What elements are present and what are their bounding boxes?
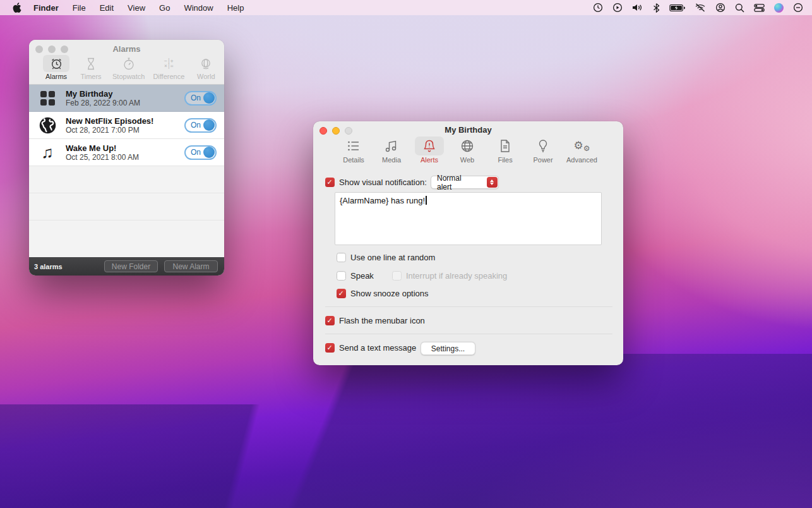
tab-power[interactable]: Power xyxy=(528,136,558,164)
tab-timers[interactable]: Timers xyxy=(78,55,104,80)
tab-alerts[interactable]: Alerts xyxy=(415,136,444,164)
new-folder-button[interactable]: New Folder xyxy=(104,260,158,272)
user-account-icon[interactable] xyxy=(715,3,725,13)
difference-icon: −|+×|= xyxy=(155,55,182,72)
menu-item-app[interactable]: Finder xyxy=(33,3,59,13)
alarm-name: Wake Me Up! xyxy=(66,143,184,153)
wallpaper-wave xyxy=(0,354,812,508)
notification-message-field[interactable]: {AlarmName} has rung! xyxy=(335,192,602,245)
alert-type-popup[interactable]: Normal alert xyxy=(431,176,499,189)
music-note-icon: ♫ xyxy=(29,144,66,160)
tab-label: Difference xyxy=(153,73,184,80)
interrupt-label: Interrupt if already speaking xyxy=(406,271,507,281)
menu-item-go[interactable]: Go xyxy=(159,3,170,13)
menu-item-edit[interactable]: Edit xyxy=(100,3,114,13)
control-center-icon[interactable] xyxy=(754,4,765,12)
tab-files[interactable]: Files xyxy=(491,136,520,164)
show-visual-notification-checkbox[interactable] xyxy=(325,178,335,187)
use-one-line-label: Use one line at random xyxy=(350,253,435,262)
alarms-window: Alarms Alarms Timers Stopwatch xyxy=(29,40,224,275)
minimize-button[interactable] xyxy=(332,127,340,135)
use-one-line-row: Use one line at random xyxy=(337,253,435,262)
interrupt-checkbox[interactable] xyxy=(392,271,402,281)
zoom-button[interactable] xyxy=(61,45,68,53)
tab-world[interactable]: World xyxy=(193,55,219,80)
alarm-row-wake-me-up[interactable]: ♫ Wake Me Up! Oct 25, 2021 8:00 AM On xyxy=(29,139,224,166)
earth-globe-icon xyxy=(29,117,66,134)
toggle-knob xyxy=(203,119,215,131)
alarm-info: New NetFlix Episodes! Oct 28, 2021 7:00 … xyxy=(66,116,184,135)
speak-label: Speak xyxy=(350,271,374,281)
tab-details[interactable]: Details xyxy=(339,136,368,164)
send-text-checkbox[interactable] xyxy=(325,343,335,353)
menubar-status-area xyxy=(593,3,803,13)
alarm-info: My Birthday Feb 28, 2022 9:00 AM xyxy=(66,89,184,107)
wifi-off-icon[interactable] xyxy=(695,3,706,12)
tab-web[interactable]: Web xyxy=(453,136,482,164)
tab-advanced[interactable]: ⚙⚙ Advanced xyxy=(566,136,597,164)
show-visual-notification-label: Show visual notification: xyxy=(339,178,427,187)
alarm-row-netflix[interactable]: New NetFlix Episodes! Oct 28, 2021 7:00 … xyxy=(29,112,224,139)
play-circle-icon[interactable] xyxy=(612,3,623,13)
alarm-toggle[interactable]: On xyxy=(184,91,217,106)
tab-stopwatch[interactable]: Stopwatch xyxy=(112,55,145,80)
alarm-list: My Birthday Feb 28, 2022 9:00 AM On New … xyxy=(29,85,224,239)
apple-logo-icon[interactable] xyxy=(13,3,22,13)
battery-icon[interactable] xyxy=(669,4,685,12)
zoom-button[interactable] xyxy=(345,127,352,135)
alarm-toggle[interactable]: On xyxy=(184,145,217,160)
tab-label: Alerts xyxy=(421,156,438,164)
alarms-status-bar: 3 alarms New Folder New Alarm xyxy=(29,257,224,275)
menu-bar: Finder File Edit View Go Window Help xyxy=(0,0,812,15)
do-not-disturb-icon[interactable] xyxy=(793,3,803,13)
menu-item-view[interactable]: View xyxy=(128,3,145,13)
alarm-name: My Birthday xyxy=(66,89,184,99)
web-globe-icon xyxy=(453,136,482,155)
flash-menubar-checkbox[interactable] xyxy=(325,316,335,325)
alarm-row-my-birthday[interactable]: My Birthday Feb 28, 2022 9:00 AM On xyxy=(29,85,224,112)
tab-alarms[interactable]: Alarms xyxy=(43,55,69,80)
list-icon xyxy=(339,136,368,155)
minimize-button[interactable] xyxy=(48,45,56,53)
menu-item-window[interactable]: Window xyxy=(184,3,213,13)
toggle-label: On xyxy=(191,94,201,102)
show-snooze-label: Show snooze options xyxy=(350,289,429,298)
settings-button[interactable]: Settings... xyxy=(421,342,475,355)
toggle-label: On xyxy=(191,148,201,157)
toggle-label: On xyxy=(191,121,201,130)
clock-icon[interactable] xyxy=(593,3,603,13)
bluetooth-icon[interactable] xyxy=(653,3,660,13)
new-alarm-button[interactable]: New Alarm xyxy=(164,260,218,272)
dialog-body: Show visual notification: Normal alert {… xyxy=(313,164,623,363)
traffic-lights xyxy=(35,45,68,53)
toggle-knob xyxy=(203,92,215,104)
menu-item-help[interactable]: Help xyxy=(227,3,244,13)
notification-message-text: {AlarmName} has rung! xyxy=(340,196,425,205)
text-caret xyxy=(426,196,427,205)
siri-icon[interactable] xyxy=(774,3,784,13)
divider xyxy=(325,334,612,334)
tab-label: Power xyxy=(533,156,552,164)
use-one-line-checkbox[interactable] xyxy=(337,253,346,262)
alert-bell-icon xyxy=(415,136,444,155)
volume-icon[interactable] xyxy=(632,3,643,12)
tab-label: Alarms xyxy=(45,73,67,80)
speak-checkbox[interactable] xyxy=(337,271,346,281)
close-button[interactable] xyxy=(319,127,327,135)
send-text-label: Send a text message xyxy=(339,343,416,353)
alarm-datetime: Feb 28, 2022 9:00 AM xyxy=(66,99,184,107)
menu-item-file[interactable]: File xyxy=(73,3,86,13)
search-icon[interactable] xyxy=(735,3,744,13)
tab-difference[interactable]: −|+×|= Difference xyxy=(153,55,184,80)
alarms-window-chrome: Alarms Alarms Timers Stopwatch xyxy=(29,40,224,85)
show-snooze-checkbox[interactable] xyxy=(337,289,346,298)
alarm-clock-icon xyxy=(43,55,69,72)
tab-label: Timers xyxy=(80,73,101,80)
alarm-info: Wake Me Up! Oct 25, 2021 8:00 AM xyxy=(66,143,184,162)
tab-media[interactable]: Media xyxy=(377,136,406,164)
alarm-toggle[interactable]: On xyxy=(184,118,217,133)
tab-label: Details xyxy=(343,156,364,164)
dialog-tab-bar: Details Media Alerts Web Files xyxy=(313,136,623,164)
wallpaper-wave xyxy=(0,404,812,508)
close-button[interactable] xyxy=(35,45,43,53)
